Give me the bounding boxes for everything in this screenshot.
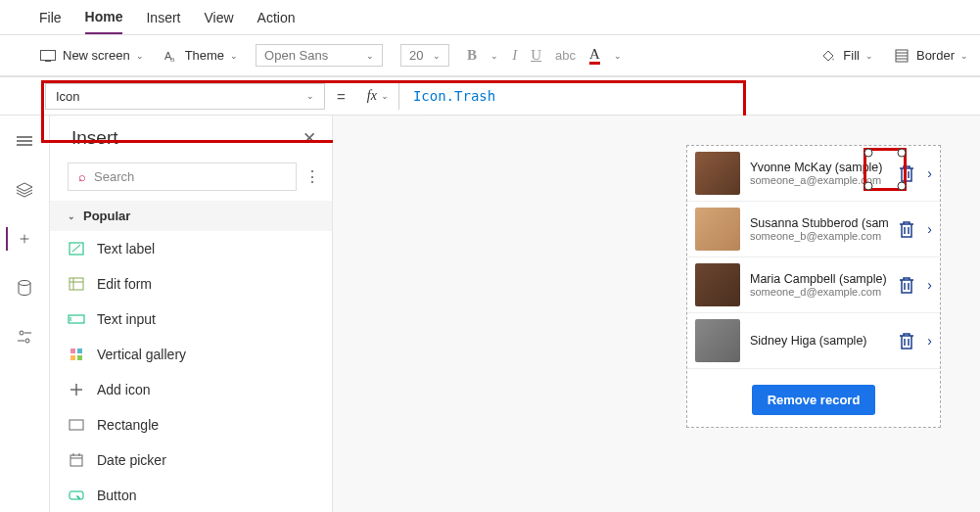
chevron-down-icon: ⌄ <box>68 211 75 221</box>
item-vertical-gallery[interactable]: Vertical gallery <box>50 337 332 372</box>
chevron-right-icon[interactable]: › <box>927 221 932 237</box>
gallery-row[interactable]: Sidney Higa (sample) › <box>687 313 940 369</box>
theme-label: Theme <box>185 48 224 63</box>
property-select[interactable]: Icon ⌄ <box>45 83 325 110</box>
fill-label: Fill <box>843 48 860 63</box>
remove-record-button[interactable]: Remove record <box>752 385 876 415</box>
gallery-row[interactable]: Yvonne McKay (sample)someone_a@example.c… <box>687 146 940 202</box>
theme-icon: Aa <box>162 47 179 65</box>
svg-point-37 <box>864 149 872 157</box>
svg-rect-0 <box>41 50 56 60</box>
trash-icon[interactable] <box>898 163 917 183</box>
font-family-value: Open Sans <box>264 48 328 63</box>
search-icon: ⌕ <box>78 169 86 184</box>
menu-action[interactable]: Action <box>257 2 296 33</box>
item-text-input[interactable]: Text input <box>50 302 332 337</box>
chevron-down-icon: ⌄ <box>366 51 374 61</box>
tree-icon[interactable] <box>13 129 36 153</box>
item-date-picker[interactable]: Date picker <box>50 442 332 478</box>
chevron-right-icon[interactable]: › <box>927 333 932 349</box>
svg-point-13 <box>19 281 30 286</box>
row-email: someone_b@example.com <box>750 230 888 242</box>
trash-icon[interactable] <box>898 275 917 295</box>
svg-point-16 <box>25 339 29 343</box>
menu-file[interactable]: File <box>39 2 62 33</box>
property-value: Icon <box>56 89 80 104</box>
font-family-select[interactable]: Open Sans ⌄ <box>256 44 383 67</box>
format-group: B⌄ I U abc A⌄ <box>467 47 622 65</box>
left-rail <box>0 116 49 512</box>
gallery-row[interactable]: Maria Campbell (sample)someone_d@example… <box>687 257 940 313</box>
more-icon[interactable]: ⋮ <box>304 167 320 186</box>
trash-icon[interactable] <box>898 331 917 350</box>
screen-icon <box>39 47 57 65</box>
formula-input[interactable]: Icon.Trash <box>399 88 509 104</box>
chevron-right-icon[interactable]: › <box>927 277 932 293</box>
edit-form-icon <box>68 275 85 293</box>
item-text-label[interactable]: Text label <box>50 231 332 266</box>
svg-rect-27 <box>70 355 75 360</box>
search-placeholder: Search <box>94 169 134 184</box>
trash-icon[interactable] <box>898 219 917 239</box>
strikethrough-button[interactable]: abc <box>555 48 576 63</box>
avatar <box>695 152 740 195</box>
font-size-select[interactable]: 20 ⌄ <box>400 44 449 67</box>
data-icon[interactable] <box>13 276 36 300</box>
equals-label: = <box>325 88 357 105</box>
svg-rect-25 <box>70 349 75 353</box>
menu-bar: File Home Insert View Action <box>0 0 980 35</box>
theme-button[interactable]: Aa Theme ⌄ <box>162 47 238 65</box>
fill-icon <box>819 47 837 65</box>
formula-bar: Icon ⌄ = fx⌄ Icon.Trash <box>0 76 980 116</box>
canvas[interactable]: Yvonne McKay (sample)someone_a@example.c… <box>333 116 980 512</box>
bold-button[interactable]: B <box>467 47 477 64</box>
layers-icon[interactable] <box>13 178 36 202</box>
chevron-down-icon: ⌄ <box>306 91 314 101</box>
svg-point-40 <box>898 182 906 190</box>
item-edit-form[interactable]: Edit form <box>50 266 332 302</box>
font-size-value: 20 <box>409 48 423 63</box>
border-button[interactable]: Border ⌄ <box>893 47 968 65</box>
svg-rect-36 <box>70 491 83 499</box>
avatar <box>695 319 740 362</box>
svg-line-19 <box>72 245 80 252</box>
row-name: Maria Campbell (sample) <box>750 272 888 286</box>
border-label: Border <box>916 48 955 63</box>
settings-icon[interactable] <box>13 325 36 349</box>
border-icon <box>893 47 910 65</box>
fill-button[interactable]: Fill ⌄ <box>819 47 873 65</box>
svg-rect-26 <box>77 349 82 353</box>
text-input-icon <box>68 310 85 328</box>
item-add-icon[interactable]: Add icon <box>50 372 332 407</box>
plus-icon <box>68 381 85 398</box>
panel-list: ⌄ Popular Text label Edit form Text inpu… <box>50 201 332 512</box>
chevron-down-icon: ⌄ <box>136 51 144 61</box>
menu-view[interactable]: View <box>204 2 233 33</box>
svg-rect-28 <box>77 355 82 360</box>
item-rectangle[interactable]: Rectangle <box>50 407 332 442</box>
text-label-icon <box>68 240 85 257</box>
search-input[interactable]: ⌕ Search <box>68 163 297 191</box>
underline-button[interactable]: U <box>531 47 541 64</box>
section-popular[interactable]: ⌄ Popular <box>50 201 332 231</box>
gallery-row[interactable]: Susanna Stubberod (sample)someone_b@exam… <box>687 202 940 257</box>
fx-label[interactable]: fx⌄ <box>357 82 399 110</box>
chevron-right-icon[interactable]: › <box>927 165 932 181</box>
new-screen-label: New screen <box>63 48 130 63</box>
insert-icon[interactable] <box>6 227 29 251</box>
italic-button[interactable]: I <box>512 47 517 64</box>
panel-title: Insert <box>71 127 118 149</box>
chevron-down-icon: ⌄ <box>230 51 238 61</box>
font-color-button[interactable]: A <box>589 47 600 65</box>
svg-text:a: a <box>170 55 175 63</box>
menu-home[interactable]: Home <box>85 1 123 34</box>
row-name: Yvonne McKay (sample) <box>750 161 888 174</box>
close-icon[interactable]: ✕ <box>303 128 316 149</box>
new-screen-button[interactable]: New screen ⌄ <box>39 47 144 65</box>
menu-insert[interactable]: Insert <box>146 2 180 33</box>
gallery[interactable]: Yvonne McKay (sample)someone_a@example.c… <box>686 145 941 428</box>
item-button[interactable]: Button <box>50 478 332 512</box>
button-icon <box>68 487 85 504</box>
svg-rect-32 <box>70 455 82 466</box>
svg-rect-1 <box>45 61 51 62</box>
